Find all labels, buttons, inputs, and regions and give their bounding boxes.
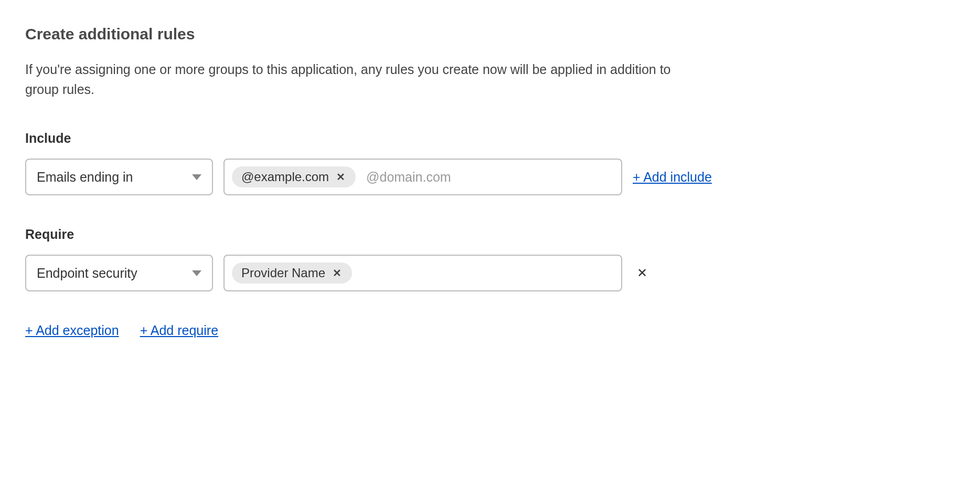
add-exception-link[interactable]: + Add exception — [25, 323, 119, 338]
include-value-input[interactable]: @example.com ✕ @domain.com — [223, 159, 622, 195]
chevron-down-icon — [192, 174, 201, 180]
require-type-select[interactable]: Endpoint security — [25, 255, 213, 291]
include-tag-label: @example.com — [241, 170, 329, 184]
require-label: Require — [25, 227, 760, 242]
require-tag-label: Provider Name — [241, 266, 325, 280]
remove-tag-icon[interactable]: ✕ — [335, 172, 346, 182]
chevron-down-icon — [192, 270, 201, 276]
add-require-link[interactable]: + Add require — [140, 323, 218, 338]
add-include-link[interactable]: + Add include — [633, 170, 712, 185]
require-type-select-value: Endpoint security — [37, 266, 192, 281]
include-placeholder: @domain.com — [366, 170, 451, 185]
require-value-input[interactable]: Provider Name ✕ — [223, 255, 622, 291]
page-description: If you're assigning one or more groups t… — [25, 60, 686, 99]
bottom-actions: + Add exception + Add require — [25, 323, 760, 338]
remove-tag-icon[interactable]: ✕ — [332, 268, 343, 278]
include-rule-row: Emails ending in @example.com ✕ @domain.… — [25, 159, 760, 195]
require-rule-row: Endpoint security Provider Name ✕ ✕ — [25, 255, 760, 291]
include-type-select[interactable]: Emails ending in — [25, 159, 213, 195]
require-tag: Provider Name ✕ — [232, 263, 352, 284]
delete-require-row-icon[interactable]: ✕ — [633, 267, 652, 279]
include-tag: @example.com ✕ — [232, 166, 356, 187]
page-heading: Create additional rules — [25, 25, 760, 43]
include-label: Include — [25, 131, 760, 146]
include-type-select-value: Emails ending in — [37, 170, 192, 185]
